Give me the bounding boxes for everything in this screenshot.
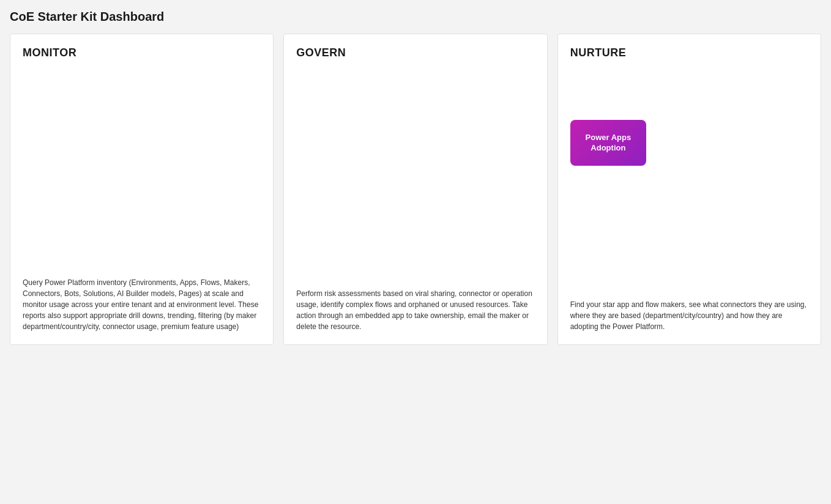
tile-app-usage[interactable]: App Usage xyxy=(651,69,727,115)
section-description-govern: Perform risk assessments based on viral … xyxy=(296,288,534,332)
tile-apps-deep-dive-[interactable]: Apps (Deep Dive) xyxy=(296,69,372,115)
section-title-govern: GOVERN xyxy=(296,46,534,59)
section-description-monitor: Query Power Platform inventory (Environm… xyxy=(23,277,261,332)
tile-power-apps-overview-[interactable]: Power Apps (Overview) xyxy=(23,69,99,115)
tile-connectors-usage-[interactable]: Connectors (Usage) xyxy=(458,120,534,166)
tile-desktop-flow-usage[interactable]: Desktop Flow Usage xyxy=(732,69,808,115)
section-title-nurture: NURTURE xyxy=(570,46,808,59)
tile-desktop-flows-deep-dive-[interactable]: Desktop Flows (Deep Dive) xyxy=(458,69,534,115)
tile-teams-environments[interactable]: Teams Environments xyxy=(103,120,179,166)
tile-makers[interactable]: Makers xyxy=(570,69,646,115)
tile-sharepoint-apps[interactable]: SharePoint Apps xyxy=(103,69,179,115)
tile-cloud-flows-deep-dive-[interactable]: Cloud Flows (Deep Dive) xyxy=(378,69,453,115)
tiles-grid-nurture: MakersApp UsageDesktop Flow UsagePower A… xyxy=(570,69,808,166)
tile-yoy-adoption[interactable]: YoY Adoption xyxy=(651,120,727,166)
section-nurture: NURTUREMakersApp UsageDesktop Flow Usage… xyxy=(557,34,821,345)
tile-environments[interactable]: Environments xyxy=(23,120,99,166)
tile-connectors-deep-dive-[interactable]: Connectors (Deep Dive) xyxy=(378,120,453,166)
tile-power-pages[interactable]: Power Pages xyxy=(185,221,261,267)
section-govern: GOVERNApps (Deep Dive)Cloud Flows (Deep … xyxy=(283,34,547,345)
page-title: CoE Starter Kit Dashboard xyxy=(10,10,821,24)
tile-power-apps-adoption[interactable]: Power Apps Adoption xyxy=(570,120,646,166)
tile-solutions[interactable]: Solutions xyxy=(23,221,99,267)
tile-bots-overview-[interactable]: Bots (Overview) xyxy=(23,171,99,217)
tile-business-process-flows[interactable]: Business Process Flows xyxy=(185,171,261,217)
tile-custom-connectors[interactable]: Custom Connectors xyxy=(185,120,261,166)
tile-environment-capacity[interactable]: Environment Capacity xyxy=(296,120,372,166)
tile-power-automate-overview-[interactable]: Power Automate (Overview) xyxy=(185,69,261,115)
section-monitor: MONITORPower Apps (Overview)SharePoint A… xyxy=(10,34,274,345)
tiles-grid-govern: Apps (Deep Dive)Cloud Flows (Deep Dive)D… xyxy=(296,69,534,166)
section-description-nurture: Find your star app and flow makers, see … xyxy=(570,299,808,332)
section-title-monitor: MONITOR xyxy=(23,46,261,59)
dashboard-container: MONITORPower Apps (Overview)SharePoint A… xyxy=(10,34,821,345)
tile-ai-credits-usage[interactable]: AI Credits Usage xyxy=(732,120,808,166)
tile-ai-builder[interactable]: AI Builder xyxy=(103,221,179,267)
tile-bots-deep-dive-[interactable]: Bots (Deep Dive) xyxy=(103,171,179,217)
tiles-grid-monitor: Power Apps (Overview)SharePoint AppsPowe… xyxy=(23,69,261,267)
